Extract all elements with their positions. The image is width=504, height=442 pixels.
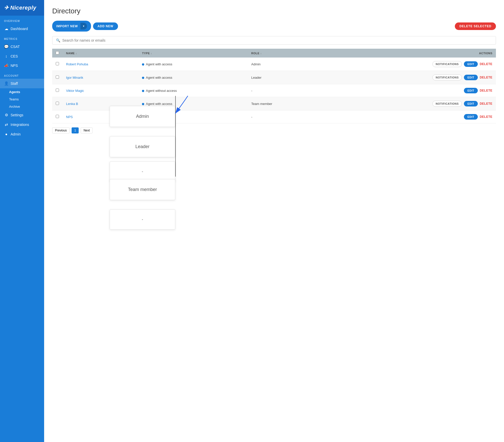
overview-section-label: OVERVIEW [0,16,44,24]
sidebar-label-staff: Staff [11,81,18,86]
row-actions-cell: NOTIFICATIONS EDIT DELETE [321,71,496,84]
tooltip-admin: Admin [110,106,175,127]
sidebar-item-staff[interactable]: 👤 Staff [0,79,44,88]
delete-button-2[interactable]: DELETE [480,76,492,79]
tooltip-dash2-text: - [142,217,143,222]
select-all-checkbox[interactable] [56,51,59,54]
main-content: Directory IMPORT NEW ▾ ADD NEW DELETE SE… [44,0,504,442]
edit-button-2[interactable]: EDIT [464,75,478,80]
notifications-button-4[interactable]: NOTIFICATIONS [432,101,462,107]
sub-label-teams: Teams [9,97,19,101]
sidebar-sub-item-agents[interactable]: Agents [0,88,44,96]
sidebar-item-nps[interactable]: 📣 NPS [0,61,44,70]
table-row: Viktor Magic Agent without access - EDIT… [52,84,496,97]
row-actions-cell: NOTIFICATIONS EDIT DELETE [321,58,496,71]
row-role-cell: - [248,111,321,123]
updown-icon: ↕ [4,54,9,58]
table-header-row: NAME ↕ TYPE ↕ ROLE ↕ ACTIONS [52,49,496,58]
sidebar-sub-item-archive[interactable]: Archive [0,103,44,110]
type-dot [142,63,144,66]
select-all-header[interactable] [52,49,63,58]
import-new-button[interactable]: IMPORT NEW ▾ [52,21,91,32]
delete-selected-label: DELETE SELECTED [459,24,491,28]
type-sort-icon[interactable]: ↕ [151,52,152,55]
sidebar-label-admin: Admin [11,132,21,136]
type-dot [142,90,144,92]
sidebar-item-integrations[interactable]: ⇄ Integrations [0,120,44,129]
row-checkbox-1[interactable] [56,62,59,65]
agent-link-1[interactable]: Robert Pohuba [66,62,88,66]
sidebar-item-dashboard[interactable]: ☁ Dashboard [0,24,44,34]
row-checkbox-4[interactable] [56,102,59,105]
row-name-cell: Robert Pohuba [63,58,138,71]
type-label: Agent with access [146,62,172,66]
type-dot [142,77,144,79]
row-type-cell: Agent with access [138,71,248,84]
logo-text: Nicereply [10,5,37,11]
agent-link-5[interactable]: NPS [66,115,73,119]
delete-selected-button[interactable]: DELETE SELECTED [455,22,496,30]
row-checkbox-5[interactable] [56,115,59,118]
type-label: Agent with access [146,102,172,106]
pagination-page-1[interactable]: 1 [72,127,79,133]
notifications-button-2[interactable]: NOTIFICATIONS [432,74,462,80]
logo[interactable]: ✈ Nicereply [0,0,44,16]
pagination: Previous 1 Next [52,127,496,133]
sidebar-item-ces[interactable]: ↕ CES [0,51,44,61]
toolbar: IMPORT NEW ▾ ADD NEW DELETE SELECTED [52,21,496,32]
sidebar-sub-item-teams[interactable]: Teams [0,96,44,103]
delete-button-5[interactable]: DELETE [480,115,492,119]
add-new-button[interactable]: ADD NEW [93,22,118,30]
edit-button-1[interactable]: EDIT [464,61,478,67]
sidebar: ✈ Nicereply OVERVIEW ☁ Dashboard METRICS… [0,0,44,442]
row-checkbox-3[interactable] [56,89,59,92]
row-checkbox-2[interactable] [56,75,59,79]
row-actions-cell: EDIT DELETE [321,111,496,123]
import-dropdown-arrow[interactable]: ▾ [80,23,87,30]
cloud-icon: ☁ [4,26,9,31]
type-column-header: TYPE ↕ [138,49,248,58]
agent-link-2[interactable]: Igor Minarik [66,76,83,79]
type-label: Agent without access [146,89,177,93]
account-section-label: ACCOUNT [0,70,44,79]
sidebar-label-csat: CSAT [11,45,20,49]
edit-button-5[interactable]: EDIT [464,114,478,120]
sidebar-item-csat[interactable]: 💬 CSAT [0,42,44,51]
row-checkbox-cell[interactable] [52,84,63,97]
row-role-cell: Team member [248,97,321,111]
tooltip-team-member-text: Team member [128,187,157,192]
row-name-cell: Igor Minarik [63,71,138,84]
agent-link-3[interactable]: Viktor Magic [66,89,84,93]
pagination-previous[interactable]: Previous [52,127,70,133]
tooltip-admin-text: Admin [136,114,149,119]
search-input[interactable] [62,38,492,42]
edit-button-4[interactable]: EDIT [464,101,478,106]
delete-button-4[interactable]: DELETE [480,102,492,105]
search-bar: 🔍 [52,36,496,45]
sidebar-item-settings[interactable]: ⚙ Settings [0,110,44,120]
row-checkbox-cell[interactable] [52,97,63,111]
row-role-cell: Admin [248,58,321,71]
row-checkbox-cell[interactable] [52,71,63,84]
sidebar-label-settings: Settings [11,113,23,117]
sidebar-label-nps: NPS [11,64,18,68]
agent-link-4[interactable]: Lenka B [66,102,78,106]
row-checkbox-cell[interactable] [52,58,63,71]
row-checkbox-cell[interactable] [52,111,63,123]
name-sort-icon[interactable]: ↕ [76,52,77,55]
edit-button-3[interactable]: EDIT [464,88,478,93]
separator-line [175,96,176,177]
pagination-next[interactable]: Next [81,127,93,133]
arrows-icon: ⇄ [4,122,9,127]
delete-button-1[interactable]: DELETE [480,62,492,66]
row-role-cell: - [248,84,321,97]
notifications-button-1[interactable]: NOTIFICATIONS [432,61,462,67]
sub-label-agents: Agents [9,90,20,94]
sidebar-item-admin[interactable]: ● Admin [0,129,44,139]
row-type-cell: Agent with access [138,58,248,71]
tooltip-dash2: - [110,209,175,230]
tooltip-dash1-text: - [142,169,143,174]
sidebar-label-integrations: Integrations [11,123,29,127]
delete-button-3[interactable]: DELETE [480,89,492,92]
role-sort-icon[interactable]: ↕ [260,52,262,55]
